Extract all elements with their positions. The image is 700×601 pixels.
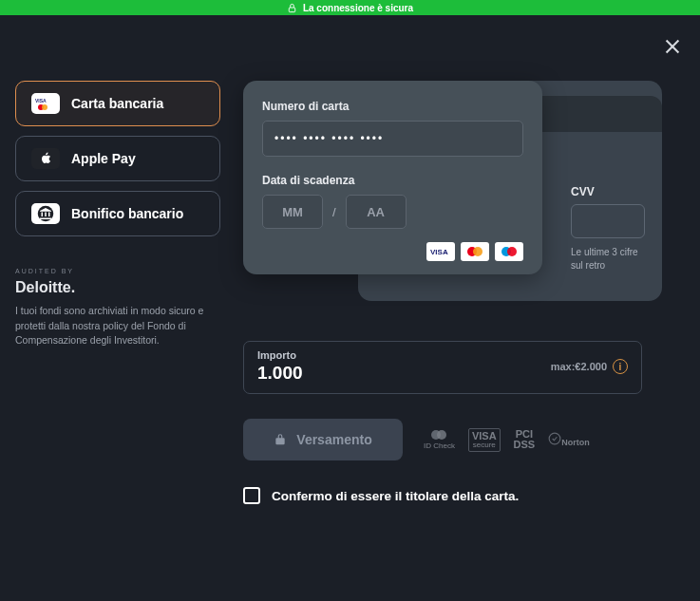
cvv-hint: Le ultime 3 cifre sul retro xyxy=(571,246,645,272)
svg-rect-0 xyxy=(289,8,294,12)
deposit-form: CVV Le ultime 3 cifre sul retro Numero d… xyxy=(243,38,662,504)
audited-by-label: AUDITED BY xyxy=(15,267,220,276)
security-certifications: ID Check VISAsecure PCIDSS Norton xyxy=(424,428,590,452)
audit-info: AUDITED BY Deloitte. I tuoi fondi sono a… xyxy=(15,267,220,347)
amount-label: Importo xyxy=(257,349,303,361)
norton-secured-icon: Norton xyxy=(548,432,590,447)
visa-icon: VISA xyxy=(426,242,455,261)
card-front-panel: Numero di carta Data di scadenza / VISA xyxy=(243,81,542,274)
mastercard-icon xyxy=(461,242,489,261)
visa-secure-icon: VISAsecure xyxy=(468,428,501,452)
auditor-name: Deloitte. xyxy=(15,276,220,298)
expiry-year-input[interactable] xyxy=(346,195,407,229)
card-number-label: Numero di carta xyxy=(262,100,523,113)
confirm-checkbox[interactable] xyxy=(243,487,260,504)
close-button[interactable] xyxy=(662,36,683,61)
card-brand-icons: VISA xyxy=(262,242,523,261)
payment-method-banktransfer[interactable]: Bonifico bancario xyxy=(15,191,220,236)
amount-value: 1.000 xyxy=(257,363,303,384)
apple-icon xyxy=(31,148,60,169)
close-icon xyxy=(662,36,683,57)
amount-box[interactable]: Importo 1.000 max:€2.000 i xyxy=(243,341,642,394)
cvv-input[interactable] xyxy=(571,204,645,238)
card-brands-icon: VISA xyxy=(31,93,60,114)
maestro-icon xyxy=(495,242,523,261)
card-number-input[interactable] xyxy=(262,121,523,157)
svg-point-7 xyxy=(473,247,482,256)
svg-point-11 xyxy=(437,430,446,440)
confirm-label: Confermo di essere il titolare della car… xyxy=(272,489,519,503)
expiry-separator: / xyxy=(332,205,336,219)
payment-method-card[interactable]: VISA Carta bancaria xyxy=(15,81,220,126)
lock-icon xyxy=(274,433,287,446)
svg-point-12 xyxy=(549,433,560,444)
deposit-button[interactable]: Versamento xyxy=(243,419,403,460)
svg-point-9 xyxy=(507,247,517,256)
expiry-label: Data di scadenza xyxy=(262,174,523,187)
secure-connection-bar: La connessione è sicura xyxy=(0,0,700,15)
mastercard-idcheck-icon: ID Check xyxy=(424,429,455,450)
secure-text: La connessione è sicura xyxy=(303,3,413,13)
payment-methods-sidebar: VISA Carta bancaria Apple Pay Bonifico b… xyxy=(15,38,220,504)
bank-icon xyxy=(31,203,60,224)
svg-text:VISA: VISA xyxy=(430,248,448,256)
payment-method-label: Apple Pay xyxy=(71,151,136,166)
deposit-button-label: Versamento xyxy=(296,432,371,447)
pci-dss-icon: PCIDSS xyxy=(514,429,536,450)
amount-max-label: max:€2.000 xyxy=(551,361,607,372)
payment-method-label: Carta bancaria xyxy=(71,96,163,111)
payment-method-label: Bonifico bancario xyxy=(71,206,183,221)
payment-method-applepay[interactable]: Apple Pay xyxy=(15,136,220,181)
audit-disclaimer: I tuoi fondi sono archiviati in modo sic… xyxy=(15,304,220,347)
info-icon[interactable]: i xyxy=(613,359,628,374)
svg-point-3 xyxy=(42,104,47,110)
cvv-label: CVV xyxy=(571,185,645,198)
lock-icon xyxy=(287,3,297,13)
svg-text:VISA: VISA xyxy=(35,98,47,103)
expiry-month-input[interactable] xyxy=(262,195,323,229)
